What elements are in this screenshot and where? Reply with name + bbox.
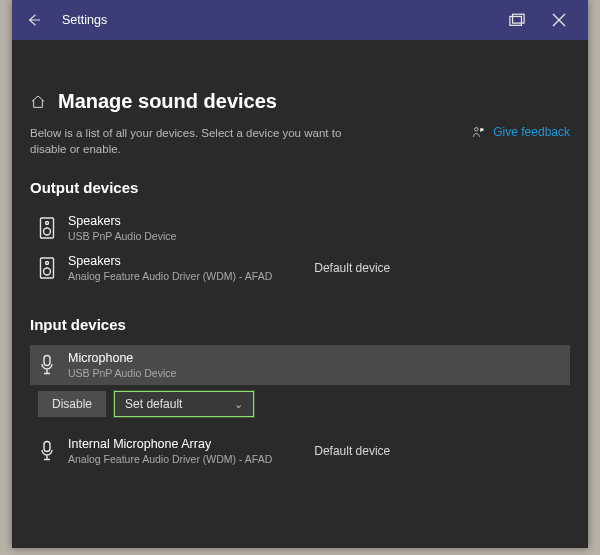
device-name: Internal Microphone Array (68, 437, 272, 451)
svg-rect-9 (44, 356, 50, 366)
multitask-button[interactable] (496, 0, 538, 40)
close-icon (552, 13, 566, 27)
dropdown-label: Set default (125, 397, 182, 411)
settings-window: Settings Manage sound devices Below is (12, 0, 588, 548)
back-button[interactable] (20, 6, 48, 34)
device-status: Default device (314, 261, 390, 275)
svg-point-2 (475, 127, 478, 130)
device-name: Speakers (68, 214, 176, 228)
device-action-row: Disable Set default ⌄ (38, 391, 570, 417)
feedback-link[interactable]: Give feedback (493, 125, 570, 139)
svg-point-4 (46, 222, 49, 225)
titlebar: Settings (12, 0, 588, 40)
multitask-icon (509, 13, 525, 27)
feedback-group: Give feedback (472, 125, 570, 139)
device-status: Default device (314, 444, 390, 458)
device-sub: Analog Feature Audio Driver (WDM) - AFAD (68, 270, 272, 282)
page-header: Manage sound devices (30, 90, 570, 113)
input-device-item-selected[interactable]: Microphone USB PnP Audio Device (30, 345, 570, 385)
device-sub: Analog Feature Audio Driver (WDM) - AFAD (68, 453, 272, 465)
feedback-icon (472, 126, 485, 139)
svg-rect-1 (513, 14, 525, 23)
device-name: Speakers (68, 254, 272, 268)
speaker-icon (38, 216, 56, 240)
app-title: Settings (62, 13, 107, 27)
chevron-down-icon: ⌄ (234, 398, 243, 411)
output-device-item[interactable]: Speakers Analog Feature Audio Driver (WD… (30, 248, 570, 288)
output-device-item[interactable]: Speakers USB PnP Audio Device (30, 208, 570, 248)
device-name: Microphone (68, 351, 176, 365)
close-button[interactable] (538, 0, 580, 40)
input-devices-heading: Input devices (30, 316, 570, 333)
speaker-icon (38, 256, 56, 280)
microphone-icon (38, 439, 56, 463)
input-device-item[interactable]: Internal Microphone Array Analog Feature… (30, 431, 570, 471)
svg-point-7 (46, 262, 49, 265)
device-sub: USB PnP Audio Device (68, 367, 176, 379)
output-devices-heading: Output devices (30, 179, 570, 196)
microphone-icon (38, 353, 56, 377)
svg-rect-0 (510, 16, 522, 25)
disable-button[interactable]: Disable (38, 391, 106, 417)
set-default-dropdown[interactable]: Set default ⌄ (114, 391, 254, 417)
svg-point-8 (44, 268, 51, 275)
page-title: Manage sound devices (58, 90, 277, 113)
content-area: Manage sound devices Below is a list of … (12, 40, 588, 548)
svg-point-5 (44, 228, 51, 235)
home-icon (30, 94, 46, 110)
device-sub: USB PnP Audio Device (68, 230, 176, 242)
arrow-left-icon (25, 11, 43, 29)
page-subheader: Below is a list of all your devices. Sel… (30, 125, 570, 157)
page-subtitle: Below is a list of all your devices. Sel… (30, 125, 350, 157)
svg-rect-10 (44, 442, 50, 452)
